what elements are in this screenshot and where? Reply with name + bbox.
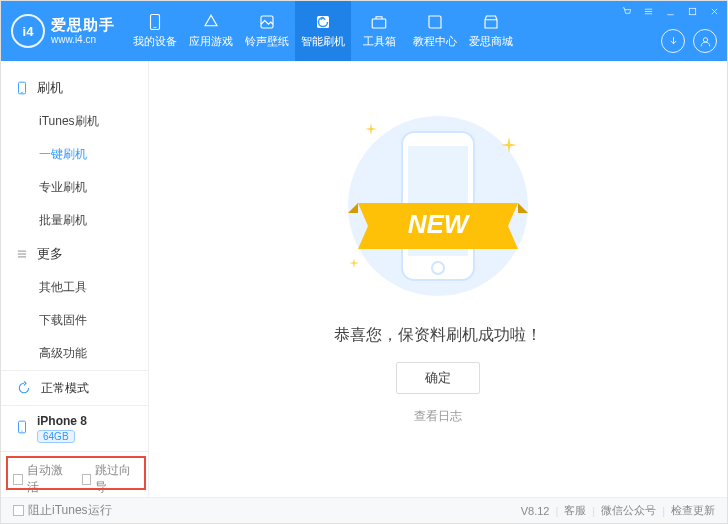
svg-rect-4 [372, 19, 386, 28]
svg-text:NEW: NEW [408, 209, 471, 239]
sidebar-item-pro-flash[interactable]: 专业刷机 [39, 171, 148, 204]
sidebar-item-batch-flash[interactable]: 批量刷机 [39, 204, 148, 237]
account-icon[interactable] [693, 29, 717, 53]
nav-toolbox[interactable]: 工具箱 [351, 1, 407, 61]
sidebar-item-other-tools[interactable]: 其他工具 [39, 271, 148, 304]
nav-my-device[interactable]: 我的设备 [127, 1, 183, 61]
flash-icon [314, 13, 332, 31]
brand-name: 爱思助手 [51, 17, 115, 34]
svg-rect-8 [21, 92, 23, 93]
check-update-link[interactable]: 检查更新 [671, 503, 715, 518]
toolbox-icon [370, 13, 388, 31]
nav-store[interactable]: 爱思商城 [463, 1, 519, 61]
ok-button[interactable]: 确定 [396, 362, 480, 394]
device-storage-badge: 64GB [37, 430, 75, 443]
system-bar [619, 4, 721, 18]
store-icon [482, 13, 500, 31]
brand-logo: i4 爱思助手 www.i4.cn [11, 14, 115, 48]
device-name: iPhone 8 [37, 414, 87, 428]
view-log-link[interactable]: 查看日志 [414, 408, 462, 425]
svg-point-10 [21, 431, 22, 432]
download-icon[interactable] [661, 29, 685, 53]
version-label: V8.12 [521, 505, 550, 517]
phone-icon [146, 13, 164, 31]
device-phone-icon [15, 417, 29, 440]
sparkle-icon [501, 137, 517, 156]
sidebar-item-oneclick-flash[interactable]: 一键刷机 [39, 138, 148, 171]
refresh-icon [15, 379, 33, 397]
wallpaper-icon [258, 13, 276, 31]
support-link[interactable]: 客服 [564, 503, 586, 518]
top-nav: 我的设备 应用游戏 铃声壁纸 智能刷机 工具箱 教程中心 [127, 1, 519, 61]
device-block[interactable]: iPhone 8 64GB [1, 405, 148, 451]
minimize-icon[interactable] [663, 4, 677, 18]
close-icon[interactable] [707, 4, 721, 18]
nav-apps[interactable]: 应用游戏 [183, 1, 239, 61]
new-ribbon-icon: NEW [348, 191, 528, 261]
main-content: NEW 恭喜您，保资料刷机成功啦！ 确定 查看日志 [149, 61, 727, 497]
sidebar-item-download-firmware[interactable]: 下载固件 [39, 304, 148, 337]
list-icon [15, 247, 29, 261]
cart-icon[interactable] [619, 4, 633, 18]
activation-options: 自动激活 跳过向导 [1, 451, 148, 506]
success-message: 恭喜您，保资料刷机成功啦！ [334, 325, 542, 346]
sparkle-icon [365, 123, 377, 138]
logo-icon: i4 [11, 14, 45, 48]
nav-tutorials[interactable]: 教程中心 [407, 1, 463, 61]
phone-outline-icon [15, 81, 29, 95]
sidebar-section-flash[interactable]: 刷机 [1, 71, 148, 105]
maximize-icon[interactable] [685, 4, 699, 18]
mode-label: 正常模式 [41, 380, 89, 397]
svg-rect-1 [154, 27, 157, 28]
svg-rect-5 [689, 8, 695, 14]
menu-icon[interactable] [641, 4, 655, 18]
header: i4 爱思助手 www.i4.cn 我的设备 应用游戏 铃声壁纸 智能刷机 [1, 1, 727, 61]
nav-flash[interactable]: 智能刷机 [295, 1, 351, 61]
checkbox-auto-activate[interactable]: 自动激活 [13, 462, 68, 496]
wechat-link[interactable]: 微信公众号 [601, 503, 656, 518]
book-icon [426, 13, 444, 31]
sidebar-section-more[interactable]: 更多 [1, 237, 148, 271]
brand-url: www.i4.cn [51, 34, 115, 45]
checkbox-skip-setup[interactable]: 跳过向导 [82, 462, 137, 496]
hero-illustration: NEW [343, 111, 533, 301]
sidebar: 刷机 iTunes刷机 一键刷机 专业刷机 批量刷机 更多 其他工具 下载固件 … [1, 61, 149, 497]
svg-point-6 [703, 37, 707, 41]
sidebar-item-itunes-flash[interactable]: iTunes刷机 [39, 105, 148, 138]
nav-ringtones[interactable]: 铃声壁纸 [239, 1, 295, 61]
sidebar-item-advanced[interactable]: 高级功能 [39, 337, 148, 370]
mode-block[interactable]: 正常模式 [1, 370, 148, 405]
apps-icon [202, 13, 220, 31]
header-circle-buttons [661, 29, 717, 53]
